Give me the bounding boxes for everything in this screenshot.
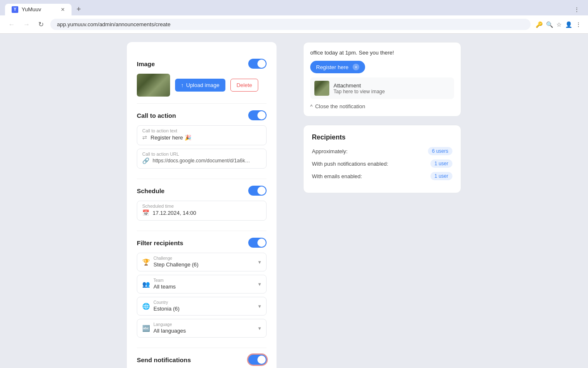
reload-button[interactable]: ↻ — [37, 19, 45, 30]
tab-bar: Y YuMuuv ✕ + — [5, 3, 84, 15]
schedule-section-header: Schedule — [137, 186, 267, 196]
close-notification-label: Close the notification — [315, 103, 366, 109]
trophy-icon: 🏆 — [142, 259, 150, 266]
profile-icon: 👤 — [565, 21, 572, 28]
form-panel: Image ↑ Upload image Delete Call to acti… — [127, 42, 277, 368]
cta-text-icon: ⇄ — [142, 134, 147, 141]
approximately-label: Approximately: — [312, 148, 348, 154]
challenge-chevron-icon: ▾ — [258, 259, 261, 265]
team-value: All teams — [153, 283, 175, 290]
approximately-row: Approximately: 6 users — [312, 147, 452, 155]
attachment-info: Attachment Tap here to view image — [334, 82, 385, 94]
attachment-title: Attachment — [334, 82, 385, 89]
scheduled-time-label: Scheduled time — [142, 204, 174, 209]
cta-section-title: Call to action — [137, 112, 176, 119]
cta-url-value: https://docs.google.com/document/d/1a6kJ… — [153, 158, 252, 164]
push-enabled-row: With push notifications enabled: 1 user — [312, 159, 452, 168]
attachment-thumbnail — [314, 81, 329, 96]
delete-image-button[interactable]: Delete — [230, 79, 259, 92]
email-enabled-row: With emails enabled: 1 user — [312, 172, 452, 180]
cta-url-icon: 🔗 — [142, 157, 149, 164]
country-chevron-icon: ▾ — [258, 303, 261, 309]
language-chevron-icon: ▾ — [258, 325, 261, 331]
email-enabled-badge: 1 user — [430, 172, 452, 180]
image-toggle[interactable] — [248, 59, 267, 69]
approximately-badge: 6 users — [428, 147, 452, 155]
cta-url-field[interactable]: Call to action URL 🔗 https://docs.google… — [137, 149, 267, 169]
language-label: Language — [153, 323, 186, 327]
upload-label: Upload image — [186, 82, 220, 88]
bookmark-icon: ☆ — [556, 21, 562, 28]
register-label: Register here — [316, 64, 348, 70]
new-tab-button[interactable]: + — [73, 3, 84, 15]
country-label: Country — [153, 301, 180, 305]
image-thumb-inner — [137, 74, 170, 97]
tab-title: YuMuuv — [22, 6, 41, 12]
cta-text-label: Call to action text — [142, 128, 177, 133]
notification-preview-card: office today at 1pm. See you there! Regi… — [303, 42, 461, 117]
filter-section-title: Filter recipients — [137, 239, 183, 246]
image-section-title: Image — [137, 60, 155, 67]
schedule-toggle[interactable] — [248, 186, 267, 196]
notification-body-text: office today at 1pm. See you there! — [310, 49, 454, 57]
cta-text-value: Register here 🎉 — [151, 134, 191, 141]
upload-image-button[interactable]: ↑ Upload image — [175, 79, 225, 92]
register-here-button[interactable]: Register here × — [310, 61, 365, 73]
country-dropdown[interactable]: 🌐 Country Estonia (6) ▾ — [137, 297, 267, 316]
attachment-subtitle: Tap here to view image — [334, 89, 385, 94]
image-section-header: Image — [137, 59, 267, 69]
team-icon: 👥 — [142, 281, 150, 288]
recipients-title: Recipients — [312, 134, 452, 141]
forward-button[interactable]: → — [22, 19, 32, 30]
cta-toggle[interactable] — [248, 110, 267, 120]
cta-url-label: Call to action URL — [142, 152, 179, 157]
filter-section-header: Filter recipients — [137, 238, 267, 248]
cta-text-field[interactable]: Call to action text ⇄ Register here 🎉 — [137, 125, 267, 145]
address-bar: ← → ↻ 🔑 🔍 ☆ 👤 ⋮ — [0, 15, 588, 34]
push-enabled-badge: 1 user — [430, 159, 452, 168]
filter-section: Filter recipients 🏆 Challenge Step Chall… — [137, 231, 267, 348]
back-button[interactable]: ← — [7, 19, 17, 30]
image-row: ↑ Upload image Delete — [137, 74, 267, 97]
language-icon: 🔤 — [142, 325, 150, 332]
challenge-label: Challenge — [153, 256, 198, 261]
register-close-icon: × — [353, 64, 359, 70]
chrome-menu-icon[interactable]: ⋮ — [576, 21, 581, 28]
send-notifications-section: Send notifications 🔔 Push notification ✉… — [137, 348, 267, 368]
password-icon: 🔑 — [536, 21, 543, 28]
team-label: Team — [153, 278, 175, 283]
team-chevron-icon: ▾ — [258, 281, 261, 287]
browser-menu-button[interactable]: ⋮ — [571, 5, 583, 15]
email-enabled-label: With emails enabled: — [312, 173, 362, 179]
language-dropdown[interactable]: 🔤 Language All languages ▾ — [137, 319, 267, 338]
image-thumbnail — [137, 74, 170, 97]
challenge-value: Step Challenge (6) — [153, 261, 198, 268]
image-section: Image ↑ Upload image Delete — [137, 52, 267, 104]
tab-close-button[interactable]: ✕ — [61, 7, 65, 12]
chevron-up-icon: ^ — [310, 104, 313, 109]
active-tab[interactable]: Y YuMuuv ✕ — [5, 4, 72, 15]
globe-icon: 🌐 — [142, 303, 150, 310]
language-value: All languages — [153, 328, 186, 334]
tab-favicon: Y — [12, 6, 18, 13]
upload-icon: ↑ — [181, 82, 184, 88]
send-notifications-title: Send notifications — [137, 356, 191, 363]
scheduled-time-field[interactable]: Scheduled time 📅 17.12.2024, 14:00 — [137, 201, 267, 221]
scheduled-time-value: 17.12.2024, 14:00 — [153, 210, 196, 216]
zoom-icon: 🔍 — [546, 21, 553, 28]
challenge-dropdown[interactable]: 🏆 Challenge Step Challenge (6) ▾ — [137, 253, 267, 271]
calendar-icon: 📅 — [142, 209, 149, 216]
send-notifications-toggle[interactable] — [248, 355, 267, 365]
filter-toggle[interactable] — [248, 238, 267, 248]
attachment-row: Attachment Tap here to view image — [310, 77, 454, 99]
send-notifications-header: Send notifications — [137, 355, 267, 365]
cta-section-header: Call to action — [137, 110, 267, 120]
close-notification-button[interactable]: ^ Close the notification — [310, 103, 454, 109]
cta-section: Call to action Call to action text ⇄ Reg… — [137, 104, 267, 179]
team-dropdown[interactable]: 👥 Team All teams ▾ — [137, 275, 267, 293]
schedule-section: Schedule Scheduled time 📅 17.12.2024, 14… — [137, 179, 267, 231]
url-input[interactable] — [50, 19, 531, 30]
schedule-section-title: Schedule — [137, 187, 165, 194]
browser-actions: 🔑 🔍 ☆ 👤 ⋮ — [536, 21, 581, 28]
preview-panel: office today at 1pm. See you there! Regi… — [303, 42, 461, 368]
